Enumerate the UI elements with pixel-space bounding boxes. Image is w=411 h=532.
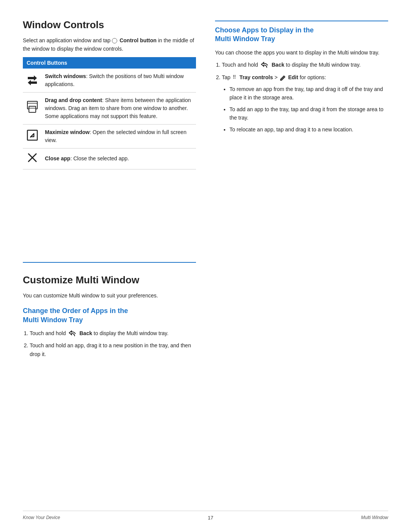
footer-page-number: 17 xyxy=(208,515,213,521)
change-order-title: Change the Order of Apps in the Multi Wi… xyxy=(23,307,196,324)
closeapp-description: Close app: Close the selected app. xyxy=(42,148,196,169)
bullet-1: To remove an app from the tray, tap and … xyxy=(229,85,388,102)
maximize-bold: Maximize window xyxy=(45,129,89,135)
tray-controls-icon: ⠿ xyxy=(233,73,237,81)
change-step-2: Touch and hold an app, drag it to a new … xyxy=(30,341,196,358)
control-circle-icon xyxy=(112,38,117,43)
choose-apps-bullets: To remove an app from the tray, tap and … xyxy=(229,85,388,134)
window-controls-title: Window Controls xyxy=(23,19,196,31)
window-controls-intro: Select an application window and tap Con… xyxy=(23,36,196,53)
edit-icon xyxy=(280,73,286,82)
choose-step-1: Touch and hold Back to display the Multi… xyxy=(222,61,388,69)
dragdrop-description: Drag and drop content: Share items betwe… xyxy=(42,92,196,124)
control-bold-label: Control button xyxy=(119,37,156,43)
control-buttons-header: Control Buttons xyxy=(23,57,196,69)
switch-icon xyxy=(23,69,42,93)
customize-title: Customize Multi Window xyxy=(23,274,196,286)
table-row: Maximize window: Open the selected windo… xyxy=(23,124,196,148)
tray-controls-bold: Tray controls xyxy=(239,74,273,80)
edit-bold: Edit xyxy=(288,74,298,80)
dragdrop-icon xyxy=(23,92,42,124)
change-order-steps: Touch and hold Back to display the Multi… xyxy=(30,329,196,358)
back-bold-2: Back xyxy=(80,330,92,336)
close-icon xyxy=(23,148,42,169)
dragdrop-bold: Drag and drop content xyxy=(45,97,102,103)
bullet-2: To add an app to the tray, tap and drag … xyxy=(229,105,388,122)
closeapp-bold: Close app xyxy=(45,155,70,161)
section-window-controls: Window Controls Select an application wi… xyxy=(23,19,196,262)
section-customize-multi-window: Customize Multi Window You can customize… xyxy=(23,262,196,436)
section-choose-apps: Choose Apps to Display in the Multi Wind… xyxy=(215,19,388,262)
change-step-1: Touch and hold Back to display the Multi… xyxy=(30,329,196,337)
switch-description: Switch windows: Switch the positions of … xyxy=(42,69,196,93)
footer-right: Multi Window xyxy=(361,515,388,521)
choose-apps-intro: You can choose the apps you want to disp… xyxy=(215,48,388,57)
table-row: Close app: Close the selected app. xyxy=(23,148,196,169)
page-footer: Know Your Device 17 Multi Window xyxy=(23,511,388,521)
back-bold-1: Back xyxy=(272,62,284,68)
svg-rect-2 xyxy=(29,106,36,112)
customize-intro: You can customize Multi window to suit y… xyxy=(23,291,196,300)
maximize-icon xyxy=(23,124,42,148)
bullet-3: To relocate an app, tap and drag it to a… xyxy=(229,125,388,134)
control-buttons-table: Control Buttons Switch windows: Switch t… xyxy=(23,57,196,169)
footer-left: Know Your Device xyxy=(23,515,60,521)
choose-apps-steps: Touch and hold Back to display the Multi… xyxy=(222,61,388,134)
intro-text: Select an application window and tap xyxy=(23,37,112,43)
table-row: Drag and drop content: Share items betwe… xyxy=(23,92,196,124)
section-right-bottom-empty xyxy=(215,262,388,436)
choose-apps-header-border: Choose Apps to Display in the Multi Wind… xyxy=(215,21,388,44)
maximize-description: Maximize window: Open the selected windo… xyxy=(42,124,196,148)
choose-apps-title: Choose Apps to Display in the Multi Wind… xyxy=(215,26,388,44)
switch-bold: Switch windows xyxy=(45,73,86,79)
table-row: Switch windows: Switch the positions of … xyxy=(23,69,196,93)
choose-step-2: Tap ⠿ Tray controls > Edit for options: … xyxy=(222,73,388,134)
